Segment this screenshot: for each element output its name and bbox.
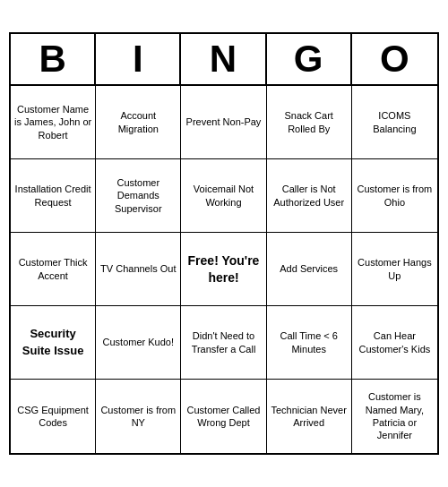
bingo-letter-b: B [11, 34, 96, 84]
bingo-cell-20[interactable]: CSG Equipment Codes [11, 380, 96, 453]
bingo-cell-6[interactable]: Customer Demands Supervisor [96, 159, 181, 233]
bingo-letter-g: G [267, 34, 352, 84]
bingo-grid: Customer Name is James, John or RobertAc… [11, 86, 437, 453]
bingo-letter-o: O [352, 34, 437, 84]
bingo-cell-7[interactable]: Voicemail Not Working [181, 159, 266, 233]
bingo-cell-21[interactable]: Customer is from NY [96, 380, 181, 453]
bingo-cell-0[interactable]: Customer Name is James, John or Robert [11, 86, 96, 159]
bingo-card: BINGO Customer Name is James, John or Ro… [9, 32, 439, 455]
bingo-cell-4[interactable]: ICOMS Balancing [352, 86, 437, 159]
bingo-cell-10[interactable]: Customer Thick Accent [11, 233, 96, 306]
bingo-cell-18[interactable]: Call Time < 6 Minutes [267, 306, 352, 380]
bingo-cell-1[interactable]: Account Migration [96, 86, 181, 159]
bingo-cell-19[interactable]: Can Hear Customer's Kids [352, 306, 437, 380]
bingo-cell-8[interactable]: Caller is Not Authorized User [267, 159, 352, 233]
bingo-letter-i: I [96, 34, 181, 84]
bingo-cell-23[interactable]: Technician Never Arrived [267, 380, 352, 453]
bingo-cell-12[interactable]: Free! You're here! [181, 233, 266, 306]
bingo-cell-22[interactable]: Customer Called Wrong Dept [181, 380, 266, 453]
bingo-cell-16[interactable]: Customer Kudo! [96, 306, 181, 380]
bingo-cell-24[interactable]: Customer is Named Mary, Patricia or Jenn… [352, 380, 437, 453]
bingo-cell-2[interactable]: Prevent Non-Pay [181, 86, 266, 159]
bingo-cell-13[interactable]: Add Services [267, 233, 352, 306]
bingo-cell-5[interactable]: Installation Credit Request [11, 159, 96, 233]
bingo-cell-11[interactable]: TV Channels Out [96, 233, 181, 306]
bingo-cell-17[interactable]: Didn't Need to Transfer a Call [181, 306, 266, 380]
bingo-letter-n: N [181, 34, 266, 84]
bingo-cell-9[interactable]: Customer is from Ohio [352, 159, 437, 233]
bingo-cell-14[interactable]: Customer Hangs Up [352, 233, 437, 306]
bingo-cell-15[interactable]: Security Suite Issue [11, 306, 96, 380]
bingo-header: BINGO [11, 34, 437, 86]
bingo-cell-3[interactable]: Snack Cart Rolled By [267, 86, 352, 159]
